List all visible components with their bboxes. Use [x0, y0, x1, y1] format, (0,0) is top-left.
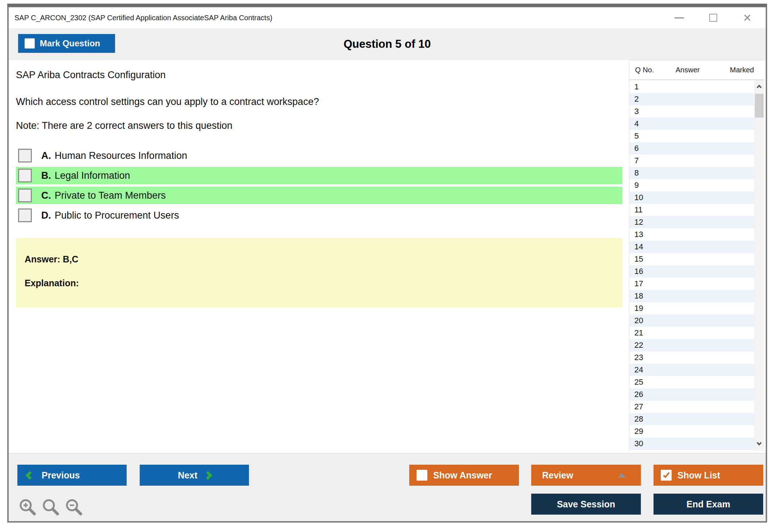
option-label: Human Resources Information [55, 150, 187, 161]
option-letter: B. [41, 170, 51, 181]
question-list-row[interactable]: 15 [629, 253, 754, 265]
review-label: Review [542, 470, 573, 481]
footer-band: Previous Next [9, 453, 766, 521]
review-button[interactable]: Review [531, 465, 641, 486]
answer-explanation-box: Answer: B,C Explanation: [16, 238, 622, 308]
question-note: Note: There are 2 correct answers to thi… [16, 120, 232, 131]
option-label: Legal Information [55, 170, 130, 181]
question-list-scrollbar[interactable] [754, 80, 764, 451]
chevron-up-icon [757, 84, 762, 89]
question-list-row[interactable]: 27 [629, 401, 754, 413]
question-list-row[interactable]: 29 [629, 425, 754, 438]
question-list-row[interactable]: 25 [629, 376, 754, 388]
question-list-row[interactable]: 13 [629, 228, 754, 241]
question-topic: SAP Ariba Contracts Configuration [16, 69, 166, 81]
question-list-row[interactable]: 10 [629, 191, 754, 204]
option-checkbox[interactable] [18, 149, 32, 162]
question-list-row[interactable]: 21 [629, 327, 754, 339]
zoom-out-icon [64, 498, 83, 516]
triangle-up-icon [618, 473, 626, 478]
header-band: Mark Question Question 5 of 10 [9, 28, 766, 60]
question-list-row[interactable]: 9 [629, 179, 754, 191]
question-list-row[interactable]: 4 [629, 118, 754, 130]
column-qno: Q No. [635, 66, 676, 74]
window-title: SAP C_ARCON_2302 (SAP Certified Applicat… [14, 14, 272, 22]
chevron-left-icon [25, 471, 34, 480]
question-list-row[interactable]: 30 [629, 438, 754, 450]
chevron-down-icon [757, 440, 762, 446]
content-area: SAP Ariba Contracts Configuration Which … [9, 60, 766, 453]
question-list-row[interactable]: 5 [629, 130, 754, 142]
app-window: SAP C_ARCON_2302 (SAP Certified Applicat… [7, 4, 767, 523]
show-answer-button[interactable]: Show Answer [409, 465, 519, 486]
question-list-row[interactable]: 24 [629, 364, 754, 376]
end-exam-label: End Exam [686, 499, 730, 510]
question-list-row[interactable]: 20 [629, 314, 754, 327]
show-answer-checkbox[interactable] [417, 470, 427, 481]
zoom-out-button[interactable] [64, 498, 83, 518]
magnifier-icon [41, 498, 60, 516]
close-icon: × [743, 12, 751, 23]
zoom-controls [18, 498, 83, 518]
question-list-row[interactable]: 7 [629, 155, 754, 167]
scrollbar-thumb[interactable] [755, 94, 764, 118]
question-list-panel: Q No. Answer Marked 12345678910111213141… [629, 60, 764, 452]
question-list-row[interactable]: 16 [629, 265, 754, 278]
option-checkbox[interactable] [18, 189, 32, 202]
question-list-row[interactable]: 28 [629, 413, 754, 425]
save-session-button[interactable]: Save Session [531, 494, 641, 515]
answer-text: Answer: B,C [25, 254, 79, 265]
option-row-b[interactable]: B. Legal Information [16, 167, 622, 184]
option-letter: C. [41, 190, 51, 201]
explanation-label: Explanation: [25, 278, 79, 288]
window-controls: × [674, 7, 753, 28]
previous-button[interactable]: Previous [17, 465, 127, 486]
scroll-down-button[interactable] [754, 438, 764, 450]
zoom-in-icon [18, 498, 37, 516]
option-label: Public to Procurement Users [55, 210, 179, 221]
question-list-row[interactable]: 2 [629, 93, 754, 105]
question-list-row[interactable]: 22 [629, 339, 754, 351]
show-answer-label: Show Answer [433, 470, 492, 481]
question-list-row[interactable]: 19 [629, 302, 754, 314]
question-list: 1234567891011121314151617181920212223242… [629, 80, 764, 451]
show-list-button[interactable]: Show List [654, 465, 763, 486]
question-prompt: Which access control settings can you ap… [16, 96, 319, 107]
option-row-d[interactable]: D. Public to Procurement Users [16, 207, 622, 224]
question-list-row[interactable]: 1 [629, 81, 754, 93]
question-list-row[interactable]: 14 [629, 241, 754, 253]
show-list-label: Show List [677, 470, 720, 481]
option-checkbox[interactable] [18, 208, 32, 222]
end-exam-button[interactable]: End Exam [654, 494, 763, 515]
chevron-right-icon [203, 471, 212, 480]
zoom-reset-button[interactable] [41, 498, 60, 518]
zoom-in-button[interactable] [18, 498, 37, 518]
title-bar: SAP C_ARCON_2302 (SAP Certified Applicat… [9, 7, 766, 28]
question-list-row[interactable]: 17 [629, 278, 754, 290]
question-list-row[interactable]: 11 [629, 204, 754, 216]
question-list-row[interactable]: 3 [629, 105, 754, 118]
next-button[interactable]: Next [140, 465, 249, 486]
close-button[interactable]: × [742, 12, 753, 23]
previous-label: Previous [42, 470, 80, 481]
minimize-icon [675, 17, 684, 18]
question-list-row[interactable]: 6 [629, 142, 754, 155]
question-list-row[interactable]: 18 [629, 290, 754, 302]
question-list-header: Q No. Answer Marked [629, 60, 764, 80]
question-list-row[interactable]: 26 [629, 388, 754, 401]
option-row-a[interactable]: A. Human Resources Information [16, 147, 622, 164]
maximize-icon [709, 14, 717, 22]
question-list-row[interactable]: 23 [629, 351, 754, 364]
minimize-button[interactable] [674, 12, 685, 23]
question-list-row[interactable]: 12 [629, 216, 754, 228]
next-label: Next [178, 470, 197, 481]
question-list-row[interactable]: 8 [629, 167, 754, 179]
option-letter: A. [41, 150, 51, 161]
show-list-checkbox[interactable] [661, 470, 672, 481]
option-row-c[interactable]: C. Private to Team Members [16, 187, 622, 204]
options-list: A. Human Resources Information B. Legal … [16, 147, 622, 227]
scroll-up-button[interactable] [754, 80, 764, 92]
maximize-button[interactable] [708, 12, 719, 23]
checkmark-icon [663, 471, 669, 478]
option-checkbox[interactable] [18, 169, 32, 182]
